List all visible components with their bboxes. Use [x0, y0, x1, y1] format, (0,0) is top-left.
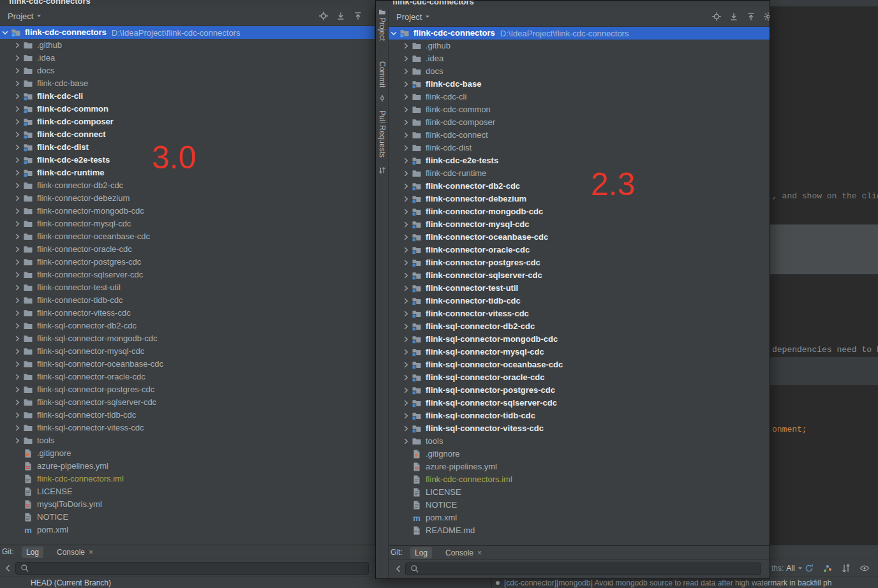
tree-item-flink-cdc-common[interactable]: flink-cdc-common: [389, 103, 770, 116]
chevron-right-icon[interactable]: [401, 348, 410, 356]
tree-item-flink-sql-connector-mongodb-cdc[interactable]: flink-sql-connector-mongodb-cdc: [0, 332, 375, 345]
tree-item-tools[interactable]: tools: [0, 434, 375, 447]
tree-item-pom.xml[interactable]: mpom.xml: [389, 511, 770, 524]
project-view-selector[interactable]: Project: [396, 12, 422, 22]
collapse-all-icon[interactable]: [746, 11, 756, 22]
chevron-right-icon[interactable]: [13, 424, 22, 432]
tree-item-flink-sql-connector-db2-cdc[interactable]: flink-sql-connector-db2-cdc: [0, 320, 375, 332]
chevron-down-icon[interactable]: [389, 29, 398, 37]
chevron-right-icon[interactable]: [401, 361, 410, 369]
chevron-right-icon[interactable]: [401, 399, 410, 407]
tree-item-flink-sql-connector-sqlserver-cdc[interactable]: flink-sql-connector-sqlserver-cdc: [389, 397, 770, 409]
chevron-right-icon[interactable]: [401, 284, 410, 292]
chevron-right-icon[interactable]: [13, 246, 22, 253]
tree-item-flink-connector-mysql-cdc[interactable]: flink-connector-mysql-cdc: [389, 218, 770, 231]
caret-down-icon[interactable]: [425, 14, 430, 19]
chevron-right-icon[interactable]: [401, 55, 410, 62]
tree-item-flink-cdc-base[interactable]: flink-cdc-base: [0, 77, 375, 90]
tab-console[interactable]: Console×: [52, 547, 98, 558]
expand-all-icon[interactable]: [729, 11, 739, 22]
tree-item-.idea[interactable]: .idea: [389, 52, 770, 65]
chevron-right-icon[interactable]: [401, 374, 410, 381]
tree-item-flink-cdc-composer[interactable]: flink-cdc-composer: [0, 115, 375, 128]
tree-item-flink-cdc-runtime[interactable]: flink-cdc-runtime: [389, 167, 770, 180]
editor-pane[interactable]: , and show on the cliedependencies need …: [770, 6, 878, 545]
chevron-right-icon[interactable]: [401, 233, 410, 241]
tree-item-flink-connector-oracle-cdc[interactable]: flink-connector-oracle-cdc: [0, 243, 375, 256]
tree-item-flink-sql-connector-mongodb-cdc[interactable]: flink-sql-connector-mongodb-cdc: [389, 333, 770, 346]
chevron-right-icon[interactable]: [401, 195, 410, 203]
tree-item-flink-cdc-composer[interactable]: flink-cdc-composer: [389, 116, 770, 129]
tree-item-docs[interactable]: docs: [389, 65, 770, 78]
locate-icon[interactable]: [711, 11, 722, 22]
tree-item-flink-connector-sqlserver-cdc[interactable]: flink-connector-sqlserver-cdc: [0, 268, 375, 281]
tree-item-license[interactable]: LICENSE: [389, 486, 770, 499]
tree-item-flink-sql-connector-oracle-cdc[interactable]: flink-sql-connector-oracle-cdc: [389, 371, 770, 384]
graph-icon[interactable]: [822, 563, 833, 573]
project-view-selector[interactable]: Project: [8, 11, 33, 21]
chevron-right-icon[interactable]: [401, 144, 410, 152]
tree-item-flink-connector-mongodb-cdc[interactable]: flink-connector-mongodb-cdc: [0, 205, 375, 217]
chevron-right-icon[interactable]: [13, 105, 22, 113]
chevron-right-icon[interactable]: [13, 297, 22, 304]
tree-item-flink-sql-connector-vitess-cdc[interactable]: flink-sql-connector-vitess-cdc: [0, 422, 375, 434]
tab-log[interactable]: Log: [22, 547, 43, 558]
tree-item-flink-connector-oracle-cdc[interactable]: flink-connector-oracle-cdc: [389, 244, 770, 256]
chevron-right-icon[interactable]: [13, 41, 22, 49]
chevron-right-icon[interactable]: [13, 220, 22, 228]
compare-branches-icon[interactable]: [841, 563, 851, 573]
tree-item-.idea[interactable]: .idea: [0, 52, 375, 64]
chevron-right-icon[interactable]: [13, 67, 22, 75]
paths-filter[interactable]: ths: All: [771, 559, 803, 577]
tree-item-flink-cdc-connectors.iml[interactable]: flink-cdc-connectors.iml: [389, 473, 770, 486]
tree-item-flink-sql-connector-postgres-cdc[interactable]: flink-sql-connector-postgres-cdc: [0, 383, 375, 396]
chevron-right-icon[interactable]: [13, 258, 22, 266]
tree-item-flink-connector-vitess-cdc[interactable]: flink-connector-vitess-cdc: [0, 307, 375, 320]
tree-item-flink-connector-oceanbase-cdc[interactable]: flink-connector-oceanbase-cdc: [0, 230, 375, 243]
tree-item-flink-sql-connector-tidb-cdc[interactable]: flink-sql-connector-tidb-cdc: [0, 409, 375, 422]
tree-item-flink-sql-connector-db2-cdc[interactable]: flink-sql-connector-db2-cdc: [389, 320, 770, 333]
chevron-right-icon[interactable]: [401, 259, 410, 267]
back-chevron-icon[interactable]: [3, 563, 13, 573]
back-chevron-icon[interactable]: [394, 564, 404, 574]
chevron-right-icon[interactable]: [13, 118, 22, 126]
chevron-right-icon[interactable]: [13, 348, 22, 355]
refresh-icon[interactable]: [804, 563, 814, 573]
chevron-right-icon[interactable]: [401, 93, 410, 101]
chevron-right-icon[interactable]: [13, 437, 22, 445]
tree-item-.gitignore[interactable]: .gitignore: [389, 448, 770, 460]
tree-item-flink-cdc-connectors[interactable]: flink-cdc-connectorsD:\IdeaProject\flink…: [0, 26, 375, 39]
tree-item-docs[interactable]: docs: [0, 64, 375, 77]
caret-down-icon[interactable]: [36, 13, 41, 18]
settings-icon[interactable]: [763, 11, 770, 22]
chevron-right-icon[interactable]: [401, 68, 410, 75]
tree-item-flink-connector-debezium[interactable]: flink-connector-debezium: [0, 192, 375, 205]
tree-item-flink-cdc-connectors.iml[interactable]: flink-cdc-connectors.iml: [0, 473, 375, 485]
chevron-right-icon[interactable]: [401, 437, 410, 445]
tree-item-flink-sql-connector-oceanbase-cdc[interactable]: flink-sql-connector-oceanbase-cdc: [389, 358, 770, 371]
chevron-right-icon[interactable]: [13, 233, 22, 240]
tree-item-flink-connector-tidb-cdc[interactable]: flink-connector-tidb-cdc: [0, 294, 375, 307]
chevron-right-icon[interactable]: [401, 386, 410, 394]
tree-item-mysqltodoris.yml[interactable]: mysqlToDoris.yml: [0, 498, 375, 511]
chevron-right-icon[interactable]: [13, 182, 22, 189]
tree-item-azure-pipelines.yml[interactable]: azure-pipelines.yml: [389, 460, 770, 473]
chevron-right-icon[interactable]: [13, 373, 22, 381]
chevron-right-icon[interactable]: [13, 386, 22, 393]
chevron-right-icon[interactable]: [401, 208, 410, 216]
tree-item-flink-connector-tidb-cdc[interactable]: flink-connector-tidb-cdc: [389, 295, 770, 307]
chevron-right-icon[interactable]: [401, 425, 410, 432]
tree-item-flink-connector-test-util[interactable]: flink-connector-test-util: [0, 281, 375, 294]
tree-item-tools[interactable]: tools: [389, 435, 770, 448]
stripe-item-pull-requests[interactable]: Pull Requests: [378, 110, 387, 158]
tree-item-flink-sql-connector-sqlserver-cdc[interactable]: flink-sql-connector-sqlserver-cdc: [0, 396, 375, 409]
chevron-right-icon[interactable]: [401, 80, 410, 88]
chevron-right-icon[interactable]: [13, 143, 22, 151]
branch-item[interactable]: HEAD (Current Branch): [31, 578, 111, 588]
chevron-right-icon[interactable]: [401, 272, 410, 279]
chevron-right-icon[interactable]: [401, 119, 410, 126]
tree-item-readme.md[interactable]: README.md: [389, 524, 770, 537]
expand-all-icon[interactable]: [336, 11, 346, 21]
chevron-right-icon[interactable]: [13, 360, 22, 368]
tree-item-notice[interactable]: NOTICE: [389, 499, 770, 511]
